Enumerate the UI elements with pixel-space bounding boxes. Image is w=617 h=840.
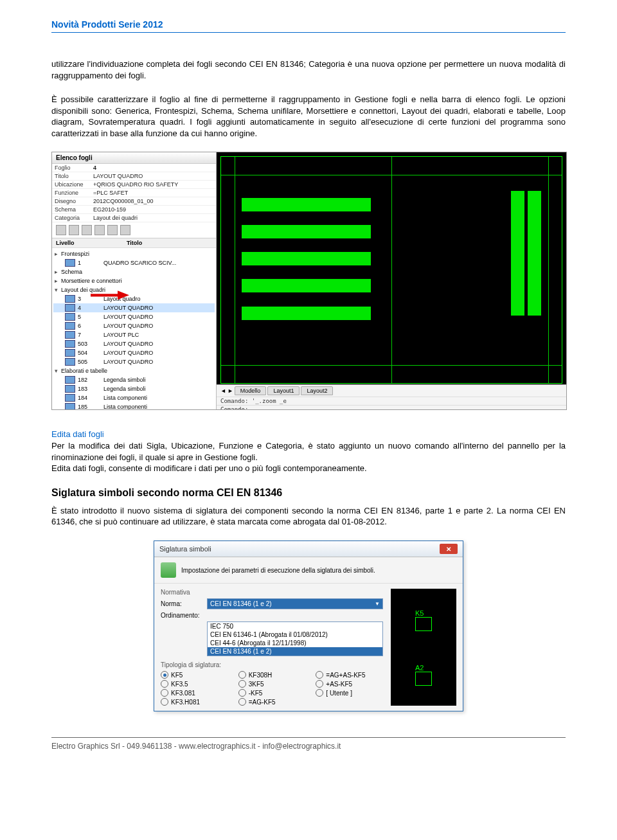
cad-viewport[interactable]: ◄ ► Modello Layout1 Layout2 Comando: '_.…	[217, 152, 566, 409]
radio-option[interactable]: KF3.5	[161, 680, 228, 688]
radio-option[interactable]: KF3.081	[161, 689, 228, 697]
paragraph-1: utilizzare l'individuazione completa dei…	[51, 58, 566, 81]
toolbar-icon[interactable]	[69, 225, 79, 235]
expand-icon[interactable]: ▸	[55, 249, 61, 258]
tree-item[interactable]: 5LAYOUT QUADRO	[53, 312, 215, 321]
radio-option[interactable]: +AS-KF5	[316, 680, 383, 688]
tree-item-title: LAYOUT QUADRO	[103, 357, 213, 366]
tree-item[interactable]: 6LAYOUT QUADRO	[53, 321, 215, 330]
tipologia-label: Tipologia di siglatura:	[161, 661, 383, 668]
tree-group[interactable]: ▸Schema	[53, 267, 215, 276]
nav-prev-icon[interactable]: ◄	[220, 388, 226, 394]
sheet-icon	[65, 304, 75, 312]
tree-item-number: 6	[78, 321, 103, 330]
sheet-icon	[65, 295, 75, 303]
radio-grid: KF5KF308H=AG+AS-KF5KF3.53KF5+AS-KF5KF3.0…	[161, 671, 383, 706]
tree-header-level: Livello	[56, 240, 127, 246]
tree-item[interactable]: 182Legenda simboli	[53, 375, 215, 384]
sheet-icon	[65, 259, 75, 267]
radio-icon	[238, 698, 246, 706]
tree-item[interactable]: 7LAYOUT PLC	[53, 330, 215, 339]
tree-item-title: Legenda simboli	[103, 375, 213, 384]
radio-icon	[238, 689, 246, 697]
radio-option[interactable]: KF308H	[238, 671, 306, 679]
tree-group-label: Morsettiere e connettori	[61, 276, 122, 285]
cad-tabs[interactable]: ◄ ► Modello Layout1 Layout2	[217, 385, 566, 397]
sheet-icon	[65, 394, 75, 402]
tree-item[interactable]: 185Lista componenti	[53, 402, 215, 409]
dropdown-item[interactable]: CEI EN 61346-1 (Abrogata il 01/08/2012)	[208, 630, 382, 639]
tree-item-title: Legenda simboli	[103, 384, 213, 393]
preview-label-1: K5	[415, 609, 432, 617]
radio-option[interactable]: 3KF5	[238, 680, 306, 688]
tree-item-number: 1	[78, 258, 103, 267]
tree-item-title: LAYOUT QUADRO	[103, 348, 213, 357]
dialog-titlebar[interactable]: Siglatura simboli ✕	[154, 541, 463, 557]
tree-item[interactable]: 4LAYOUT QUADRO	[53, 303, 215, 312]
radio-label: +AS-KF5	[326, 681, 352, 688]
nav-next-icon[interactable]: ►	[228, 388, 233, 394]
cad-drawing	[220, 156, 562, 384]
sheet-icon	[65, 322, 75, 330]
tree-item-number: 183	[78, 384, 103, 393]
tree-item-title: Lista componenti	[103, 402, 213, 409]
toolbar-icon[interactable]	[56, 225, 66, 235]
tree-group[interactable]: ▾Layout dei quadri	[53, 285, 215, 294]
tree-item-title: Lista componenti	[103, 393, 213, 402]
norma-select[interactable]: CEI EN 81346 (1 e 2) ▼	[207, 598, 383, 609]
tree-item[interactable]: 1QUADRO SCARICO SCIV...	[53, 258, 215, 267]
tree-item-title: LAYOUT PLC	[103, 330, 213, 339]
radio-option[interactable]: [ Utente ]	[316, 689, 383, 697]
property-row: TitoloLAYOUT QUADRO	[52, 172, 216, 181]
expand-icon[interactable]: ▸	[55, 267, 61, 276]
tree-item[interactable]: 505LAYOUT QUADRO	[53, 357, 215, 366]
toolbar-icon[interactable]	[82, 225, 92, 235]
expand-icon[interactable]: ▾	[55, 285, 61, 294]
tree-item[interactable]: 184Lista componenti	[53, 393, 215, 402]
radio-option[interactable]: KF3.H081	[161, 698, 228, 706]
dropdown-item[interactable]: CEI 44-6 (Abrogata il 12/11/1998)	[208, 639, 382, 647]
tree-item[interactable]: 3Layout quadro	[53, 294, 215, 303]
radio-option[interactable]: =AG-KF5	[238, 698, 306, 706]
sheet-icon	[65, 385, 75, 393]
tree-item[interactable]: 503LAYOUT QUADRO	[53, 339, 215, 348]
toolbar-icon[interactable]	[94, 225, 105, 235]
toolbar-icons[interactable]	[52, 222, 216, 238]
cad-bottom-bar: ◄ ► Modello Layout1 Layout2 Comando: '_.…	[217, 384, 566, 409]
radio-icon	[316, 671, 323, 679]
expand-icon[interactable]: ▸	[55, 276, 61, 285]
norma-dropdown-list[interactable]: IEC 750CEI EN 61346-1 (Abrogata il 01/08…	[207, 621, 383, 656]
dropdown-item[interactable]: CEI EN 81346 (1 e 2)	[208, 647, 382, 656]
tree-item-title: LAYOUT QUADRO	[103, 339, 213, 348]
radio-option[interactable]: =AG+AS-KF5	[316, 671, 383, 679]
radio-label: KF5	[171, 672, 183, 679]
sheet-icon	[65, 376, 75, 384]
tree-group[interactable]: ▸Frontespizi	[53, 249, 215, 258]
sheet-icon	[65, 349, 75, 357]
tab-layout2[interactable]: Layout2	[301, 386, 333, 395]
radio-option[interactable]: KF5	[161, 671, 228, 679]
preview-label-2: A2	[415, 664, 432, 672]
close-button[interactable]: ✕	[440, 544, 458, 554]
tree-body[interactable]: ▸Frontespizi1QUADRO SCARICO SCIV...▸Sche…	[52, 248, 216, 409]
radio-icon	[161, 671, 168, 679]
tree-item[interactable]: 504LAYOUT QUADRO	[53, 348, 215, 357]
radio-icon	[161, 689, 168, 697]
command-line-2[interactable]: Comando:	[217, 405, 566, 409]
header-rule	[51, 32, 566, 33]
dialog-title: Siglatura simboli	[159, 545, 211, 553]
screenshot-elenco-fogli: Elenco fogli Foglio4TitoloLAYOUT QUADROU…	[51, 152, 567, 410]
toolbar-icon[interactable]	[120, 225, 130, 235]
tree-group[interactable]: ▾Elaborati e tabelle	[53, 366, 215, 375]
paragraph-2: È possibile caratterizzare il foglio al …	[51, 94, 566, 139]
expand-icon[interactable]: ▾	[55, 366, 61, 375]
radio-option[interactable]: -KF5	[238, 689, 306, 697]
tree-item[interactable]: 183Legenda simboli	[53, 384, 215, 393]
radio-label: [ Utente ]	[326, 690, 352, 697]
tab-layout1[interactable]: Layout1	[267, 386, 300, 395]
tree-item-title: LAYOUT QUADRO	[103, 312, 213, 321]
dropdown-item[interactable]: IEC 750	[208, 622, 382, 630]
tab-modello[interactable]: Modello	[235, 386, 267, 395]
tree-group[interactable]: ▸Morsettiere e connettori	[53, 276, 215, 285]
toolbar-icon[interactable]	[107, 225, 118, 235]
